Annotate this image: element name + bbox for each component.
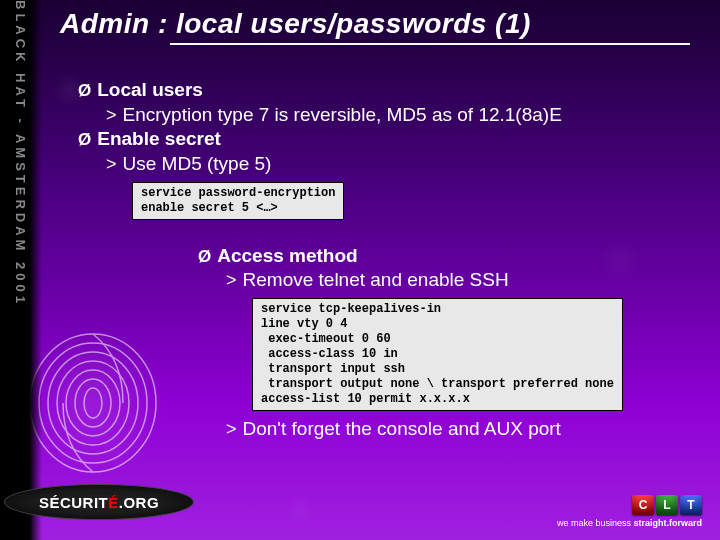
title-underline [170, 43, 690, 45]
cube-c: C [632, 495, 654, 515]
access-method-block: Ø Access method > Remove telnet and enab… [198, 244, 690, 442]
cube-l: L [656, 495, 678, 515]
bullet-icon: Ø [198, 246, 211, 268]
subbullet-text: Use MD5 (type 5) [123, 152, 272, 177]
tagline-pre: we make business [557, 518, 634, 528]
subbullet-use-md5: > Use MD5 (type 5) [106, 152, 690, 177]
sidebar-vertical-text: BLACK HAT - AMSTERDAM 2001 [13, 0, 28, 307]
bullet-local-users: Ø Local users [78, 78, 690, 103]
subbullet-icon: > [106, 153, 117, 176]
subbullet-icon: > [226, 418, 237, 441]
subbullet-text: Remove telnet and enable SSH [243, 268, 509, 293]
code-block-enable-secret: service password-encryption enable secre… [132, 182, 344, 220]
subbullet-icon: > [226, 269, 237, 292]
slide-title: Admin : local users/passwords (1) [60, 8, 690, 40]
slide-body: Ø Local users > Encryption type 7 is rev… [78, 78, 690, 442]
bullet-icon: Ø [78, 129, 91, 151]
securite-logo-oval: SÉCURITÉ.ORG [4, 484, 194, 520]
tagline: we make business straight.forward [557, 518, 702, 528]
bullet-enable-secret: Ø Enable secret [78, 127, 690, 152]
logo-text-pre: SÉCURIT [39, 494, 108, 511]
subbullet-icon: > [106, 104, 117, 127]
securite-logo: SÉCURITÉ.ORG [0, 484, 190, 520]
subbullet-encryption-type7: > Encryption type 7 is reversible, MD5 a… [106, 103, 690, 128]
subbullet-text: Encryption type 7 is reversible, MD5 as … [123, 103, 562, 128]
bullet-text: Access method [217, 244, 357, 269]
tagline-bold: straight.forward [633, 518, 702, 528]
bullet-text: Local users [97, 78, 203, 103]
code-block-vty: service tcp-keepalives-in line vty 0 4 e… [252, 298, 623, 411]
bullet-text: Enable secret [97, 127, 221, 152]
subbullet-text: Don't forget the console and AUX port [243, 417, 561, 442]
subbullet-console-aux: > Don't forget the console and AUX port [226, 417, 690, 442]
bullet-icon: Ø [78, 80, 91, 102]
bullet-access-method: Ø Access method [198, 244, 690, 269]
logo-text-post: .ORG [119, 494, 159, 511]
footer-right: C L T we make business straight.forward [557, 495, 702, 528]
left-sidebar: BLACK HAT - AMSTERDAM 2001 [0, 0, 42, 540]
slide-title-block: Admin : local users/passwords (1) [60, 8, 690, 45]
clt-cubes: C L T [557, 495, 702, 515]
subbullet-remove-telnet: > Remove telnet and enable SSH [226, 268, 690, 293]
logo-text-accent: É [108, 494, 119, 511]
cube-t: T [680, 495, 702, 515]
